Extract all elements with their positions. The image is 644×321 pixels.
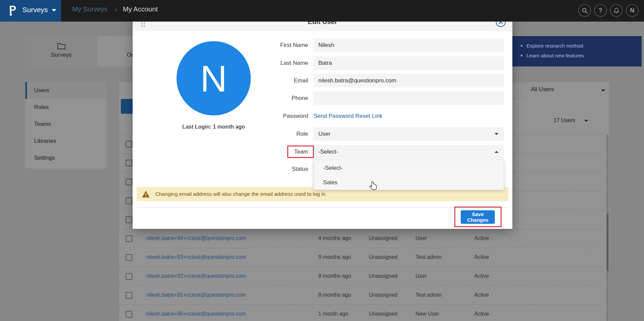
last-name-row: Last Name	[234, 56, 504, 70]
team-row: Team -Select-	[234, 145, 504, 159]
email-label: Email	[234, 74, 308, 87]
status-label: Status	[234, 162, 308, 176]
role-select-value: User	[318, 131, 330, 137]
promo-link-label: Explore research method	[527, 43, 583, 49]
email-field[interactable]	[314, 74, 504, 87]
team-dropdown-menu: -Select-Sales	[314, 160, 504, 190]
notifications-bell-icon[interactable]	[610, 4, 623, 17]
phone-label: Phone	[234, 91, 308, 105]
questionpro-logo-icon: P	[9, 4, 16, 16]
chevron-down-icon	[52, 9, 56, 14]
first-name-row: First Name	[234, 38, 504, 52]
topbar-actions: ? N	[578, 4, 639, 17]
breadcrumb-separator: ›	[115, 5, 117, 13]
product-label: Surveys	[22, 6, 48, 14]
promo-link[interactable]: Learn about new features	[521, 53, 642, 58]
team-option-sales[interactable]: Sales	[314, 175, 504, 190]
send-password-reset-link[interactable]: Send Password Reset Link	[314, 109, 382, 123]
product-switcher[interactable]: P Surveys	[0, 0, 61, 22]
topbar: P Surveys My Surveys › My Account ? N	[0, 0, 644, 22]
team-select[interactable]: -Select-	[314, 145, 504, 159]
team-label-highlight-annotation	[287, 145, 314, 158]
footer-divider	[137, 207, 508, 208]
bullet-icon	[521, 45, 522, 47]
promo-panel: Explore research methodLearn about new f…	[509, 36, 642, 66]
mouse-pointer-icon	[369, 181, 378, 192]
role-select[interactable]: User	[314, 127, 504, 141]
role-label: Role	[234, 127, 308, 141]
save-changes-button[interactable]: Save Changes	[461, 210, 495, 224]
team-option-select[interactable]: -Select-	[314, 161, 504, 175]
app-window: P Surveys My Surveys › My Account ? N Su…	[0, 0, 644, 321]
role-row: Role User	[234, 127, 504, 141]
warning-text: Changing email address will also change …	[155, 191, 327, 197]
email-row: Email	[234, 74, 504, 87]
first-name-label: First Name	[234, 38, 308, 52]
breadcrumb-my-surveys[interactable]: My Surveys	[72, 5, 107, 13]
warning-triangle-icon	[142, 190, 150, 198]
user-avatar-icon[interactable]: N	[626, 4, 639, 17]
search-icon[interactable]	[578, 4, 591, 17]
breadcrumb-my-account: My Account	[123, 5, 158, 13]
team-select-value: -Select-	[318, 149, 338, 155]
bullet-icon	[521, 55, 522, 56]
help-icon[interactable]: ?	[594, 4, 607, 17]
promo-link-label: Learn about new features	[527, 53, 584, 58]
password-label: Password	[234, 109, 308, 123]
phone-field[interactable]	[314, 91, 504, 105]
first-name-field[interactable]	[314, 38, 504, 52]
last-name-label: Last Name	[234, 56, 308, 70]
last-name-field[interactable]	[314, 56, 504, 70]
password-row: Password Send Password Reset Link	[234, 109, 504, 123]
edit-user-modal: Edit User N Last Login: 1 month ago Firs…	[133, 13, 512, 229]
promo-link[interactable]: Explore research method	[521, 43, 642, 49]
phone-row: Phone	[234, 91, 504, 105]
